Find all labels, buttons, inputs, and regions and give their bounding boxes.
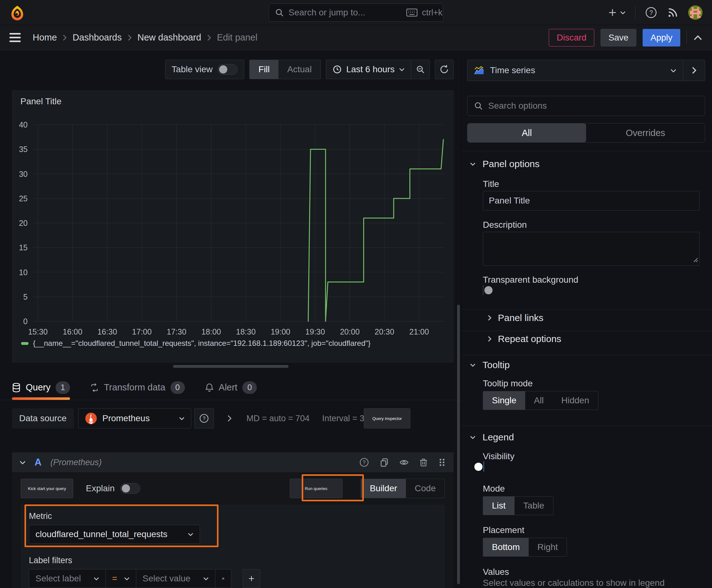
legend-series-marker[interactable]	[21, 342, 28, 345]
chevron-down-icon	[470, 363, 476, 367]
svg-text:?: ?	[649, 9, 653, 16]
transparent-background-toggle[interactable]	[483, 285, 483, 295]
search-shortcut: ctrl+k	[422, 8, 442, 18]
section-repeat-options[interactable]: Repeat options	[488, 334, 561, 344]
mode-list-option[interactable]: List	[483, 497, 515, 515]
mode-table-option[interactable]: Table	[515, 497, 553, 515]
pane-resize-handle[interactable]	[173, 365, 288, 368]
collapse-chevron-up-icon[interactable]	[693, 35, 703, 41]
breadcrumb-new-dashboard[interactable]: New dashboard	[137, 33, 201, 43]
collapse-chevron-down-icon[interactable]	[19, 460, 26, 465]
user-avatar[interactable]	[688, 5, 703, 20]
tooltip-mode-label: Tooltip mode	[483, 378, 533, 388]
section-panel-links[interactable]: Panel links	[488, 313, 543, 323]
options-scope-tabs: All Overrides	[467, 123, 705, 143]
expand-chevron-right-icon[interactable]	[227, 415, 232, 422]
apply-button[interactable]: Apply	[643, 29, 680, 46]
svg-text:21:00: 21:00	[409, 327, 429, 336]
options-search-input[interactable]	[488, 101, 698, 111]
chevron-down-icon	[470, 162, 476, 166]
bell-icon	[205, 383, 214, 392]
editor-tabs: Query 1 Transform data 0 Alert 0	[0, 375, 461, 400]
tab-alert[interactable]: Alert 0	[205, 375, 257, 400]
tab-overrides[interactable]: Overrides	[586, 123, 705, 142]
tab-query[interactable]: Query 1	[12, 375, 70, 400]
search-input[interactable]	[288, 7, 402, 18]
svg-text:15: 15	[19, 243, 28, 252]
query-ref-id[interactable]: A	[35, 457, 41, 468]
zoom-out-button[interactable]	[411, 60, 429, 79]
legend-series-name[interactable]: {__name__="cloudflared_tunnel_total_requ…	[33, 339, 370, 348]
visualization-name: Time series	[490, 65, 665, 76]
tab-transform-data[interactable]: Transform data 0	[90, 375, 185, 400]
options-search[interactable]	[467, 96, 705, 116]
table-view-toggle[interactable]	[218, 64, 238, 75]
svg-text:25: 25	[19, 194, 28, 203]
operator-dropdown[interactable]: =	[106, 569, 136, 588]
collapse-options-button[interactable]	[683, 60, 705, 81]
add-new-button[interactable]	[607, 7, 626, 18]
tab-all[interactable]: All	[468, 123, 586, 142]
add-filter-button[interactable]	[243, 569, 260, 588]
tooltip-hidden-option[interactable]: Hidden	[553, 391, 598, 410]
builder-code-switch: Builder Code	[361, 479, 445, 498]
time-range-picker[interactable]: Last 6 hours	[326, 60, 411, 79]
discard-button[interactable]: Discard	[549, 29, 594, 46]
visibility-label: Visibility	[483, 451, 515, 461]
news-rss-icon[interactable]	[667, 6, 679, 19]
svg-text:40: 40	[19, 120, 28, 129]
builder-option[interactable]: Builder	[361, 479, 406, 498]
description-textarea[interactable]	[483, 232, 699, 266]
breadcrumb-dashboards[interactable]: Dashboards	[72, 33, 122, 43]
help-icon[interactable]: ?	[645, 6, 657, 19]
trash-icon[interactable]	[419, 458, 428, 467]
query-row-header[interactable]: A (Prometheus) ?	[12, 452, 454, 472]
kick-start-query-button[interactable]: Kick start your query	[21, 479, 73, 498]
resize-grip-icon[interactable]	[693, 257, 698, 262]
duplicate-icon[interactable]	[380, 458, 389, 467]
menu-icon[interactable]	[9, 33, 21, 42]
run-queries-button[interactable]: Run queries	[290, 479, 343, 498]
max-data-points: MD = auto = 704	[246, 414, 309, 423]
refresh-group	[435, 60, 454, 79]
help-icon[interactable]: ?	[359, 457, 369, 468]
metric-value: cloudflared_tunnel_total_requests	[36, 529, 167, 539]
section-legend[interactable]: Legend	[470, 432, 514, 443]
panel-title[interactable]: Panel Title	[12, 91, 453, 109]
metric-select[interactable]: cloudflared_tunnel_total_requests	[29, 525, 200, 544]
query-datasource-name: (Prometheus)	[50, 458, 102, 467]
placement-bottom-option[interactable]: Bottom	[483, 538, 528, 556]
placement-right-option[interactable]: Right	[528, 538, 567, 556]
visualization-picker[interactable]: Time series	[467, 60, 683, 81]
breadcrumb-home[interactable]: Home	[33, 33, 57, 43]
legend-visibility-toggle[interactable]	[483, 461, 484, 472]
grafana-logo[interactable]	[9, 5, 25, 20]
svg-text:19:30: 19:30	[305, 327, 325, 336]
hide-response-eye-icon[interactable]	[399, 458, 409, 467]
search-icon	[474, 101, 483, 110]
actual-option[interactable]: Actual	[278, 60, 321, 79]
save-button[interactable]: Save	[601, 29, 637, 46]
datasource-picker[interactable]: Prometheus	[78, 408, 191, 428]
datasource-help-button[interactable]: ?	[194, 408, 214, 428]
vertical-scrollbar[interactable]	[457, 305, 460, 584]
select-value-dropdown[interactable]: Select value	[136, 569, 215, 588]
tooltip-single-option[interactable]: Single	[483, 391, 525, 410]
section-tooltip[interactable]: Tooltip	[470, 360, 510, 370]
explain-toggle[interactable]	[120, 483, 140, 494]
refresh-button[interactable]	[435, 60, 453, 79]
section-panel-options[interactable]: Panel options	[470, 159, 540, 169]
global-search[interactable]: ctrl+k	[269, 3, 443, 22]
drag-grip-icon[interactable]	[438, 458, 446, 467]
divider	[635, 6, 635, 19]
transform-icon	[90, 383, 99, 392]
chart-legend: {__name__="cloudflared_tunnel_total_requ…	[21, 339, 453, 348]
tooltip-all-option[interactable]: All	[525, 391, 553, 410]
query-inspector-button[interactable]: Query inspector	[364, 408, 410, 428]
query-count-badge: 1	[56, 381, 70, 394]
remove-filter-button[interactable]	[215, 569, 231, 588]
select-label-dropdown[interactable]: Select label	[29, 569, 106, 588]
code-option[interactable]: Code	[406, 479, 445, 498]
panel-title-input[interactable]	[483, 191, 699, 210]
fill-option[interactable]: Fill	[250, 60, 278, 79]
